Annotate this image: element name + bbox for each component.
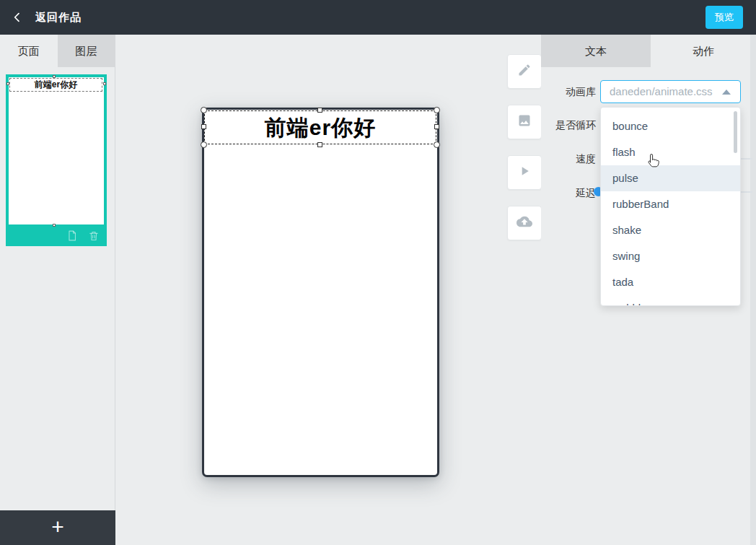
dropdown-option-swing[interactable]: swing: [601, 243, 740, 269]
cloud-upload-icon: [517, 214, 532, 232]
add-page-button[interactable]: +: [0, 510, 115, 545]
image-icon: [517, 113, 532, 131]
back-label: 返回作品: [35, 11, 82, 25]
chevron-left-icon: [12, 12, 23, 23]
thumbnail-actions: [6, 224, 107, 246]
dropdown-option-tada[interactable]: tada: [601, 269, 740, 295]
sidebar-tabs: 页面 图层: [0, 35, 115, 67]
upload-button[interactable]: [507, 206, 542, 240]
resize-handle-middle-left[interactable]: [201, 124, 206, 129]
properties-panel: 文本 动作 动画库 是否循环 速度 延迟 daneden/animate.css…: [541, 35, 756, 545]
mini-handle: [53, 75, 56, 78]
resize-handle-bottom-left[interactable]: [201, 141, 207, 148]
canvas-phone-mockup[interactable]: [202, 108, 439, 477]
mini-handle: [6, 82, 9, 85]
add-media-button[interactable]: [507, 155, 542, 190]
delay-label: 延迟: [541, 187, 596, 199]
resize-handle-bottom-middle[interactable]: [317, 142, 322, 147]
dropdown-scrollbar[interactable]: [734, 111, 737, 153]
dropdown-option-pulse[interactable]: pulse: [601, 165, 740, 191]
back-button[interactable]: 返回作品: [12, 11, 82, 25]
add-image-button[interactable]: [507, 105, 542, 139]
panel-tabs: 文本 动作: [541, 35, 756, 67]
preview-button[interactable]: 预览: [706, 6, 743, 29]
animation-library-label: 动画库: [541, 86, 596, 97]
trash-icon[interactable]: [88, 230, 100, 242]
resize-handle-middle-right[interactable]: [434, 124, 439, 129]
app-root: 返回作品 预览 页面 图层 前端er你好: [0, 0, 756, 545]
dropdown-option-wobble[interactable]: wobble: [601, 295, 740, 306]
add-text-button[interactable]: [507, 54, 542, 89]
chevron-up-icon: [722, 90, 731, 95]
mini-handle: [103, 82, 106, 85]
dropdown-option-flash[interactable]: flash: [601, 139, 740, 165]
speed-label: 速度: [541, 153, 596, 165]
sidebar: 页面 图层 前端er你好 +: [0, 35, 115, 545]
plus-icon: +: [51, 516, 64, 538]
tab-pages[interactable]: 页面: [0, 35, 58, 67]
resize-handle-top-middle[interactable]: [317, 108, 322, 113]
dropdown-option-rubberband[interactable]: rubberBand: [601, 191, 740, 217]
play-icon: [517, 164, 532, 181]
loop-label: 是否循环: [541, 119, 596, 131]
tab-layers[interactable]: 图层: [58, 35, 115, 67]
dropdown-option-shake[interactable]: shake: [601, 217, 740, 243]
topbar: 返回作品 预览: [0, 0, 756, 35]
window-scrollbar[interactable]: [750, 35, 756, 545]
selected-text-element[interactable]: 前端er你好: [204, 110, 436, 144]
page-thumbnail-preview: 前端er你好: [9, 77, 104, 224]
page-thumbnail[interactable]: 前端er你好: [6, 74, 107, 246]
dropdown-option-bounce[interactable]: bounce: [601, 113, 740, 139]
animation-dropdown: bounce flash pulse rubberBand shake swin…: [600, 107, 741, 306]
thumbnail-text-element: 前端er你好: [9, 78, 102, 92]
tab-action[interactable]: 动作: [651, 35, 756, 67]
animation-library-value: daneden/animate.css: [610, 81, 713, 103]
copy-page-icon[interactable]: [66, 230, 78, 242]
resize-handle-top-left[interactable]: [201, 107, 207, 113]
animation-library-select[interactable]: daneden/animate.css: [600, 80, 741, 103]
pencil-icon: [517, 63, 532, 80]
resize-handle-top-right[interactable]: [434, 107, 440, 113]
tab-text[interactable]: 文本: [541, 35, 651, 67]
resize-handle-bottom-right[interactable]: [434, 141, 440, 148]
